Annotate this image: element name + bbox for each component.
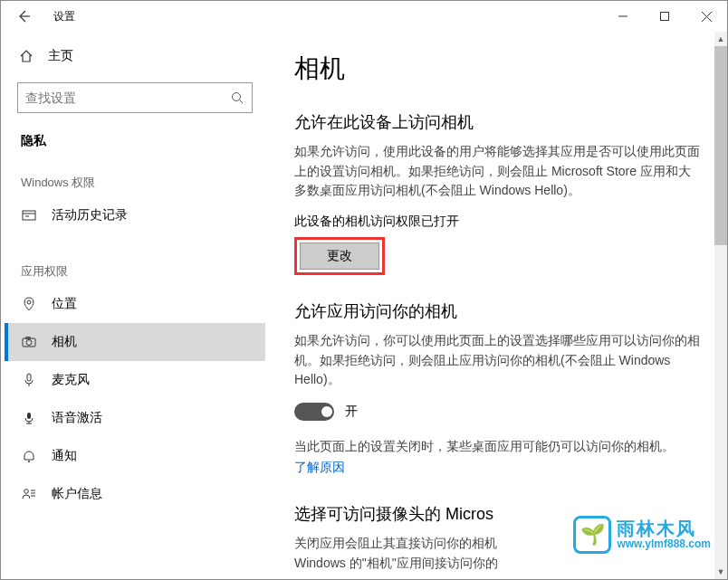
- window-title: 设置: [53, 9, 75, 24]
- voice-icon: [21, 411, 37, 425]
- sidebar-item-activity[interactable]: 活动历史记录: [5, 196, 265, 234]
- minimize-button[interactable]: [602, 1, 644, 32]
- apps-access-toggle[interactable]: [294, 403, 334, 421]
- svg-point-19: [24, 490, 29, 494]
- watermark-url: www.ylmf888.com: [617, 538, 711, 550]
- sidebar-item-label: 语音激活: [52, 410, 102, 426]
- sidebar-item-label: 通知: [52, 448, 77, 464]
- sidebar-item-microphone[interactable]: 麦克风: [5, 361, 265, 399]
- sidebar-item-label: 活动历史记录: [52, 207, 128, 223]
- section2-title: 允许应用访问你的相机: [294, 300, 702, 322]
- note-text: 当此页面上的设置关闭时，某些桌面应用可能仍可以访问你的相机。: [294, 437, 702, 457]
- watermark-cn: 雨林木风: [617, 519, 711, 538]
- svg-rect-1: [661, 13, 669, 21]
- main-panel: 相机 允许在此设备上访问相机 如果允许访问，使用此设备的用户将能够选择其应用是否…: [269, 32, 727, 579]
- svg-rect-6: [23, 211, 35, 220]
- sidebar-item-label: 位置: [52, 296, 77, 312]
- titlebar: 设置: [1, 1, 727, 32]
- section2-body: 如果允许访问，你可以使用此页面上的设置选择哪些应用可以访问你的相机。如果拒绝访问…: [294, 331, 702, 390]
- change-button-label: 更改: [327, 248, 352, 264]
- home-icon: [19, 49, 34, 63]
- maximize-button[interactable]: [644, 1, 685, 32]
- change-button[interactable]: 更改: [300, 242, 379, 270]
- watermark: 🌱 雨林木风 www.ylmf888.com: [573, 516, 711, 554]
- section1-body: 如果允许访问，使用此设备的用户将能够选择其应用是否可以使用此页面上的设置访问相机…: [294, 142, 702, 201]
- sidebar-item-voice[interactable]: 语音激活: [5, 399, 265, 437]
- toggle-knob: [321, 406, 332, 417]
- sidebar-category: 隐私: [5, 128, 265, 166]
- sidebar-item-label: 主页: [48, 48, 73, 64]
- sidebar-item-label: 麦克风: [52, 372, 90, 388]
- scroll-up-icon[interactable]: ▲: [717, 32, 725, 46]
- svg-point-4: [233, 93, 241, 101]
- toggle-label: 开: [345, 404, 358, 420]
- change-button-highlight: 更改: [294, 237, 385, 275]
- device-status-line: 此设备的相机访问权限已打开: [294, 214, 702, 230]
- search-field[interactable]: [25, 90, 230, 105]
- section1-title: 允许在此设备上访问相机: [294, 111, 702, 133]
- history-icon: [21, 208, 37, 223]
- sidebar-item-label: 帐户信息: [52, 486, 102, 502]
- sidebar-item-camera[interactable]: 相机: [5, 323, 265, 361]
- sidebar-item-notifications[interactable]: 通知: [5, 437, 265, 475]
- camera-icon: [21, 335, 37, 349]
- search-input[interactable]: [17, 82, 253, 113]
- scrollbar[interactable]: ▲ ▼: [714, 32, 727, 579]
- svg-point-9: [27, 300, 31, 304]
- scroll-down-icon[interactable]: ▼: [717, 565, 725, 579]
- sidebar-item-label: 相机: [52, 334, 77, 350]
- close-button[interactable]: [685, 1, 727, 32]
- sidebar: 主页 隐私 Windows 权限 活动历史记录 应用权限 位置 相机 麦克风: [1, 32, 269, 579]
- svg-rect-15: [27, 413, 31, 419]
- sidebar-group-app: 应用权限: [5, 254, 265, 285]
- sidebar-group-windows: Windows 权限: [5, 166, 265, 196]
- svg-rect-13: [27, 374, 31, 381]
- sidebar-item-home[interactable]: 主页: [5, 39, 265, 73]
- location-icon: [21, 297, 37, 311]
- microphone-icon: [21, 373, 37, 387]
- account-icon: [21, 487, 37, 501]
- search-icon: [230, 90, 244, 105]
- svg-line-5: [240, 100, 244, 104]
- watermark-icon: 🌱: [573, 516, 611, 554]
- notification-icon: [21, 449, 37, 463]
- learn-more-link[interactable]: 了解原因: [294, 460, 345, 474]
- sidebar-item-account[interactable]: 帐户信息: [5, 475, 265, 513]
- sidebar-item-location[interactable]: 位置: [5, 285, 265, 323]
- scroll-thumb[interactable]: [714, 46, 727, 245]
- section3-body2: Windows 的"相机"应用间接访问你的: [294, 554, 702, 574]
- back-button[interactable]: [8, 1, 39, 32]
- page-title: 相机: [294, 52, 702, 86]
- svg-point-11: [26, 340, 32, 346]
